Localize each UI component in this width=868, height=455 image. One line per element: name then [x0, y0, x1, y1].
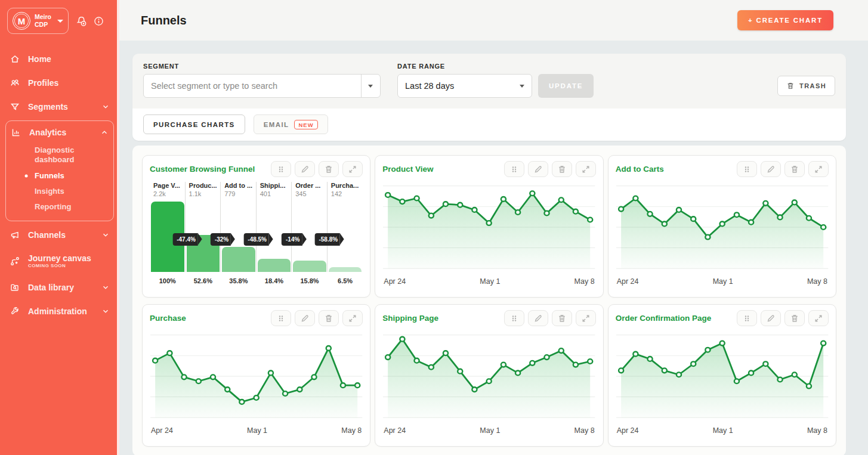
sidebar-item-segments[interactable]: Segments	[0, 95, 119, 119]
sidebar-subitem-insights[interactable]: Insights	[6, 184, 113, 199]
data-point[interactable]	[734, 379, 739, 383]
data-point[interactable]	[719, 341, 724, 346]
data-point[interactable]	[588, 218, 592, 222]
data-point[interactable]	[749, 371, 753, 376]
data-point[interactable]	[662, 222, 666, 227]
data-point[interactable]	[677, 208, 681, 212]
edit-chart-button[interactable]	[528, 310, 548, 326]
delete-chart-button[interactable]	[784, 161, 805, 177]
data-point[interactable]	[530, 191, 535, 196]
data-point[interactable]	[705, 235, 710, 240]
data-point[interactable]	[633, 352, 638, 357]
drag-handle-chart-button[interactable]	[737, 310, 757, 326]
funnel-bar[interactable]	[258, 259, 291, 272]
expand-chart-button[interactable]	[808, 161, 829, 177]
data-point[interactable]	[545, 355, 549, 360]
date-range-select[interactable]: Last 28 days	[397, 74, 532, 98]
sidebar-item-data-library[interactable]: Data library	[0, 276, 119, 299]
expand-chart-button[interactable]	[342, 310, 363, 326]
data-point[interactable]	[821, 341, 826, 346]
data-point[interactable]	[167, 351, 172, 355]
data-point[interactable]	[821, 225, 826, 230]
data-point[interactable]	[326, 346, 331, 351]
info-icon[interactable]	[93, 16, 104, 27]
delete-chart-button[interactable]	[552, 310, 572, 326]
funnel-bar[interactable]	[293, 261, 326, 272]
data-point[interactable]	[472, 208, 477, 212]
data-point[interactable]	[153, 358, 157, 363]
segment-select[interactable]: Select segment or type to search	[143, 74, 381, 98]
sidebar-item-home[interactable]: Home	[0, 47, 119, 71]
sidebar-item-journey-canvas[interactable]: Journey canvas COMING SOON	[0, 247, 119, 275]
data-point[interactable]	[691, 361, 696, 366]
data-point[interactable]	[458, 203, 463, 208]
data-point[interactable]	[677, 372, 681, 377]
data-point[interactable]	[633, 196, 638, 201]
data-point[interactable]	[458, 369, 463, 374]
tab-email[interactable]: EMAIL NEW	[254, 114, 328, 134]
delete-chart-button[interactable]	[319, 310, 339, 326]
data-point[interactable]	[588, 359, 592, 364]
data-point[interactable]	[385, 193, 390, 197]
trash-button[interactable]: TRASH	[777, 76, 835, 96]
data-point[interactable]	[763, 361, 768, 366]
drag-handle-chart-button[interactable]	[271, 161, 291, 177]
data-point[interactable]	[807, 384, 811, 389]
data-point[interactable]	[487, 221, 492, 225]
data-point[interactable]	[400, 337, 405, 342]
tab-purchase-charts[interactable]: PURCHASE CHARTS	[143, 114, 245, 134]
delete-chart-button[interactable]	[319, 161, 339, 177]
data-point[interactable]	[443, 351, 448, 355]
edit-chart-button[interactable]	[761, 161, 781, 177]
data-point[interactable]	[297, 387, 302, 392]
data-point[interactable]	[530, 361, 535, 366]
drag-handle-chart-button[interactable]	[504, 161, 524, 177]
data-point[interactable]	[225, 387, 230, 392]
sidebar-subitem-funnels[interactable]: Funnels	[6, 168, 113, 184]
create-chart-button[interactable]: + CREATE CHART	[737, 10, 833, 30]
data-point[interactable]	[254, 395, 259, 400]
data-point[interactable]	[763, 201, 768, 206]
notifications-bell-icon[interactable]	[75, 15, 88, 27]
data-point[interactable]	[734, 212, 739, 217]
data-point[interactable]	[662, 368, 666, 373]
data-point[interactable]	[501, 197, 506, 202]
data-point[interactable]	[355, 383, 360, 388]
data-point[interactable]	[400, 199, 405, 204]
edit-chart-button[interactable]	[295, 310, 315, 326]
data-point[interactable]	[573, 209, 578, 214]
data-point[interactable]	[792, 372, 796, 377]
data-point[interactable]	[181, 374, 186, 379]
data-point[interactable]	[807, 216, 811, 221]
data-point[interactable]	[647, 357, 652, 361]
data-point[interactable]	[196, 379, 201, 383]
data-point[interactable]	[705, 348, 710, 352]
data-point[interactable]	[559, 348, 564, 353]
data-point[interactable]	[415, 358, 419, 363]
data-point[interactable]	[559, 197, 564, 202]
expand-chart-button[interactable]	[342, 161, 363, 177]
update-button[interactable]: UPDATE	[538, 74, 594, 98]
data-point[interactable]	[573, 363, 578, 367]
drag-handle-chart-button[interactable]	[504, 310, 524, 326]
data-point[interactable]	[341, 383, 345, 388]
data-point[interactable]	[429, 365, 434, 370]
data-point[interactable]	[239, 400, 244, 404]
data-point[interactable]	[777, 377, 782, 382]
funnel-bar[interactable]	[329, 267, 362, 272]
data-point[interactable]	[515, 210, 520, 215]
data-point[interactable]	[268, 371, 273, 376]
data-point[interactable]	[749, 220, 753, 225]
data-point[interactable]	[719, 222, 724, 227]
edit-chart-button[interactable]	[295, 161, 315, 177]
sidebar-subitem-reporting[interactable]: Reporting	[6, 199, 113, 215]
data-point[interactable]	[515, 371, 520, 376]
sidebar-item-analytics[interactable]: Analytics	[6, 121, 113, 143]
data-point[interactable]	[792, 200, 796, 205]
delete-chart-button[interactable]	[784, 310, 805, 326]
data-point[interactable]	[545, 211, 549, 216]
data-point[interactable]	[472, 387, 477, 392]
data-point[interactable]	[283, 391, 288, 396]
data-point[interactable]	[619, 368, 623, 373]
data-point[interactable]	[311, 374, 316, 379]
